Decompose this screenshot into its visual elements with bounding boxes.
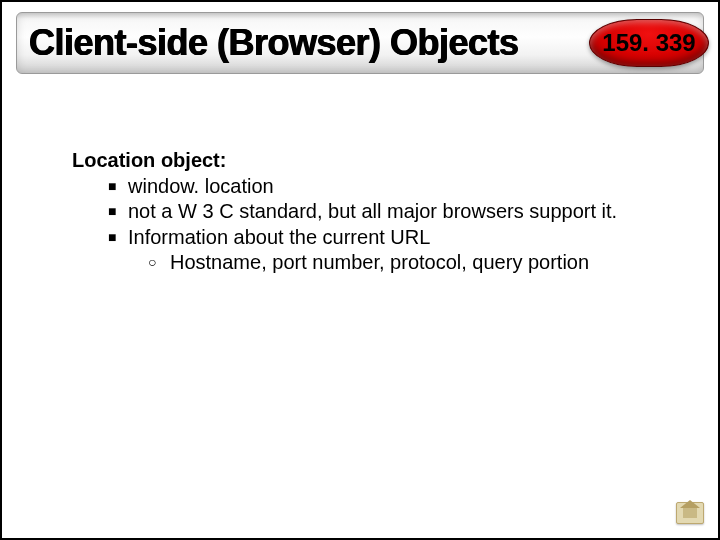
house-shape	[683, 508, 697, 518]
topic-heading: Location object:	[72, 148, 718, 174]
slide-body: Location object: ■ window. location ■ no…	[72, 148, 718, 276]
home-icon[interactable]	[676, 502, 704, 524]
slide-header: Client-side (Browser) Objects 159. 339	[16, 12, 704, 74]
square-bullet-icon: ■	[108, 174, 128, 200]
bullet-text: not a W 3 C standard, but all major brow…	[128, 199, 617, 225]
roof-shape	[680, 500, 700, 508]
square-bullet-icon: ■	[108, 225, 128, 251]
list-item: ■ window. location	[108, 174, 718, 200]
bullet-text: window. location	[128, 174, 274, 200]
sub-bullet-text: Hostname, port number, protocol, query p…	[170, 250, 589, 276]
course-badge: 159. 339	[589, 19, 709, 67]
slide-title-wrap: Client-side (Browser) Objects	[29, 22, 519, 64]
bullet-text: Information about the current URL	[128, 225, 430, 251]
slide-title: Client-side (Browser) Objects	[29, 22, 519, 64]
course-badge-text: 159. 339	[602, 29, 695, 57]
list-item-sub: ○ Hostname, port number, protocol, query…	[148, 250, 718, 276]
list-item: ■ Information about the current URL	[108, 225, 718, 251]
list-item: ■ not a W 3 C standard, but all major br…	[108, 199, 718, 225]
circle-bullet-icon: ○	[148, 250, 170, 276]
square-bullet-icon: ■	[108, 199, 128, 225]
